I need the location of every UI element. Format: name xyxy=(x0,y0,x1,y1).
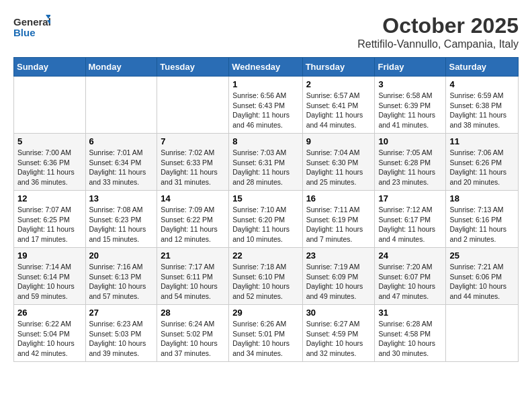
day-info: Sunrise: 7:11 AMSunset: 6:19 PMDaylight:… xyxy=(306,205,371,244)
calendar-cell: 17Sunrise: 7:12 AMSunset: 6:17 PMDayligh… xyxy=(375,191,446,248)
calendar-week-row: 12Sunrise: 7:07 AMSunset: 6:25 PMDayligh… xyxy=(14,191,519,248)
calendar-cell: 13Sunrise: 7:08 AMSunset: 6:23 PMDayligh… xyxy=(85,191,157,248)
calendar-cell: 28Sunrise: 6:24 AMSunset: 5:02 PMDayligh… xyxy=(157,305,229,362)
day-number: 10 xyxy=(378,136,442,146)
calendar-cell xyxy=(85,77,157,134)
logo-graphic: General Blue xyxy=(13,13,47,47)
day-info: Sunrise: 6:27 AMSunset: 4:59 PMDaylight:… xyxy=(306,319,371,359)
calendar-cell: 31Sunrise: 6:28 AMSunset: 4:58 PMDayligh… xyxy=(375,305,446,362)
day-info: Sunrise: 7:04 AMSunset: 6:30 PMDaylight:… xyxy=(306,148,371,187)
day-of-week-header: Sunday xyxy=(14,58,86,77)
calendar-week-row: 1Sunrise: 6:56 AMSunset: 6:43 PMDaylight… xyxy=(14,77,519,134)
day-number: 8 xyxy=(232,136,298,146)
day-info: Sunrise: 6:56 AMSunset: 6:43 PMDaylight:… xyxy=(232,91,298,130)
day-number: 3 xyxy=(378,79,442,89)
day-number: 23 xyxy=(306,250,371,261)
day-info: Sunrise: 7:19 AMSunset: 6:09 PMDaylight:… xyxy=(306,262,371,302)
day-info: Sunrise: 7:05 AMSunset: 6:28 PMDaylight:… xyxy=(378,148,442,187)
day-number: 18 xyxy=(449,193,515,203)
logo-container: General Blue xyxy=(13,13,47,47)
day-number: 30 xyxy=(306,308,371,318)
calendar-cell: 8Sunrise: 7:03 AMSunset: 6:31 PMDaylight… xyxy=(229,134,302,191)
calendar-cell: 29Sunrise: 6:26 AMSunset: 5:01 PMDayligh… xyxy=(229,305,302,362)
calendar-week-row: 26Sunrise: 6:22 AMSunset: 5:04 PMDayligh… xyxy=(14,305,519,362)
day-info: Sunrise: 7:10 AMSunset: 6:20 PMDaylight:… xyxy=(232,205,298,244)
calendar-cell: 27Sunrise: 6:23 AMSunset: 5:03 PMDayligh… xyxy=(85,305,157,362)
day-info: Sunrise: 7:13 AMSunset: 6:16 PMDaylight:… xyxy=(449,205,515,244)
day-number: 2 xyxy=(306,79,371,89)
calendar-cell: 11Sunrise: 7:06 AMSunset: 6:26 PMDayligh… xyxy=(446,134,519,191)
day-of-week-header: Friday xyxy=(375,58,446,77)
day-info: Sunrise: 6:59 AMSunset: 6:38 PMDaylight:… xyxy=(449,91,515,130)
calendar-cell: 4Sunrise: 6:59 AMSunset: 6:38 PMDaylight… xyxy=(446,77,519,134)
day-number: 7 xyxy=(161,136,225,146)
day-number: 28 xyxy=(161,308,225,318)
day-number: 19 xyxy=(17,250,82,261)
day-number: 24 xyxy=(378,250,442,261)
day-info: Sunrise: 7:17 AMSunset: 6:11 PMDaylight:… xyxy=(161,262,225,302)
calendar-cell: 16Sunrise: 7:11 AMSunset: 6:19 PMDayligh… xyxy=(302,191,375,248)
day-info: Sunrise: 7:14 AMSunset: 6:14 PMDaylight:… xyxy=(17,262,82,302)
day-number: 14 xyxy=(161,193,225,203)
day-info: Sunrise: 7:03 AMSunset: 6:31 PMDaylight:… xyxy=(232,148,298,187)
day-number: 20 xyxy=(89,250,154,261)
calendar-cell: 12Sunrise: 7:07 AMSunset: 6:25 PMDayligh… xyxy=(14,191,86,248)
calendar-week-row: 5Sunrise: 7:00 AMSunset: 6:36 PMDaylight… xyxy=(14,134,519,191)
location-title: Rettifilo-Vannullo, Campania, Italy xyxy=(357,38,519,50)
calendar-week-row: 19Sunrise: 7:14 AMSunset: 6:14 PMDayligh… xyxy=(14,248,519,305)
calendar-cell: 22Sunrise: 7:18 AMSunset: 6:10 PMDayligh… xyxy=(229,248,302,305)
calendar-cell: 15Sunrise: 7:10 AMSunset: 6:20 PMDayligh… xyxy=(229,191,302,248)
calendar-cell: 20Sunrise: 7:16 AMSunset: 6:13 PMDayligh… xyxy=(85,248,157,305)
day-info: Sunrise: 7:02 AMSunset: 6:33 PMDaylight:… xyxy=(161,148,225,187)
day-info: Sunrise: 7:01 AMSunset: 6:34 PMDaylight:… xyxy=(89,148,154,187)
day-number: 9 xyxy=(306,136,371,146)
day-info: Sunrise: 6:23 AMSunset: 5:03 PMDaylight:… xyxy=(89,319,154,359)
day-number: 31 xyxy=(378,308,442,318)
day-info: Sunrise: 7:07 AMSunset: 6:25 PMDaylight:… xyxy=(17,205,82,244)
day-info: Sunrise: 6:28 AMSunset: 4:58 PMDaylight:… xyxy=(378,319,442,359)
day-info: Sunrise: 6:57 AMSunset: 6:41 PMDaylight:… xyxy=(306,91,371,130)
day-of-week-header: Saturday xyxy=(446,58,519,77)
calendar-cell: 26Sunrise: 6:22 AMSunset: 5:04 PMDayligh… xyxy=(14,305,86,362)
day-info: Sunrise: 7:20 AMSunset: 6:07 PMDaylight:… xyxy=(378,262,442,302)
day-number: 11 xyxy=(449,136,515,146)
day-number: 17 xyxy=(378,193,442,203)
day-number: 5 xyxy=(17,136,82,146)
day-info: Sunrise: 7:12 AMSunset: 6:17 PMDaylight:… xyxy=(378,205,442,244)
svg-text:Blue: Blue xyxy=(13,27,36,38)
day-number: 15 xyxy=(232,193,298,203)
calendar-cell: 1Sunrise: 6:56 AMSunset: 6:43 PMDaylight… xyxy=(229,77,302,134)
day-number: 27 xyxy=(89,308,154,318)
calendar-cell: 21Sunrise: 7:17 AMSunset: 6:11 PMDayligh… xyxy=(157,248,229,305)
calendar-cell: 19Sunrise: 7:14 AMSunset: 6:14 PMDayligh… xyxy=(14,248,86,305)
day-number: 26 xyxy=(17,308,82,318)
calendar-cell: 10Sunrise: 7:05 AMSunset: 6:28 PMDayligh… xyxy=(375,134,446,191)
day-number: 4 xyxy=(449,79,515,89)
day-info: Sunrise: 7:06 AMSunset: 6:26 PMDaylight:… xyxy=(449,148,515,187)
day-info: Sunrise: 6:24 AMSunset: 5:02 PMDaylight:… xyxy=(161,319,225,359)
day-of-week-header: Wednesday xyxy=(229,58,302,77)
calendar-cell: 30Sunrise: 6:27 AMSunset: 4:59 PMDayligh… xyxy=(302,305,375,362)
calendar-cell xyxy=(446,305,519,362)
day-number: 6 xyxy=(89,136,154,146)
day-number: 1 xyxy=(232,79,298,89)
day-info: Sunrise: 7:18 AMSunset: 6:10 PMDaylight:… xyxy=(232,262,298,302)
day-of-week-header: Tuesday xyxy=(157,58,229,77)
day-of-week-header: Thursday xyxy=(302,58,375,77)
title-area: October 2025 Rettifilo-Vannullo, Campani… xyxy=(357,13,519,50)
day-info: Sunrise: 7:16 AMSunset: 6:13 PMDaylight:… xyxy=(89,262,154,302)
day-number: 21 xyxy=(161,250,225,261)
calendar-cell xyxy=(14,77,86,134)
day-info: Sunrise: 7:09 AMSunset: 6:22 PMDaylight:… xyxy=(161,205,225,244)
calendar-cell: 18Sunrise: 7:13 AMSunset: 6:16 PMDayligh… xyxy=(446,191,519,248)
calendar-cell: 2Sunrise: 6:57 AMSunset: 6:41 PMDaylight… xyxy=(302,77,375,134)
calendar: SundayMondayTuesdayWednesdayThursdayFrid… xyxy=(13,57,519,362)
calendar-cell: 5Sunrise: 7:00 AMSunset: 6:36 PMDaylight… xyxy=(14,134,86,191)
logo-svg: General Blue xyxy=(13,13,50,40)
day-number: 12 xyxy=(17,193,82,203)
calendar-cell xyxy=(157,77,229,134)
day-number: 29 xyxy=(232,308,298,318)
calendar-cell: 23Sunrise: 7:19 AMSunset: 6:09 PMDayligh… xyxy=(302,248,375,305)
day-number: 22 xyxy=(232,250,298,261)
day-number: 25 xyxy=(449,250,515,261)
